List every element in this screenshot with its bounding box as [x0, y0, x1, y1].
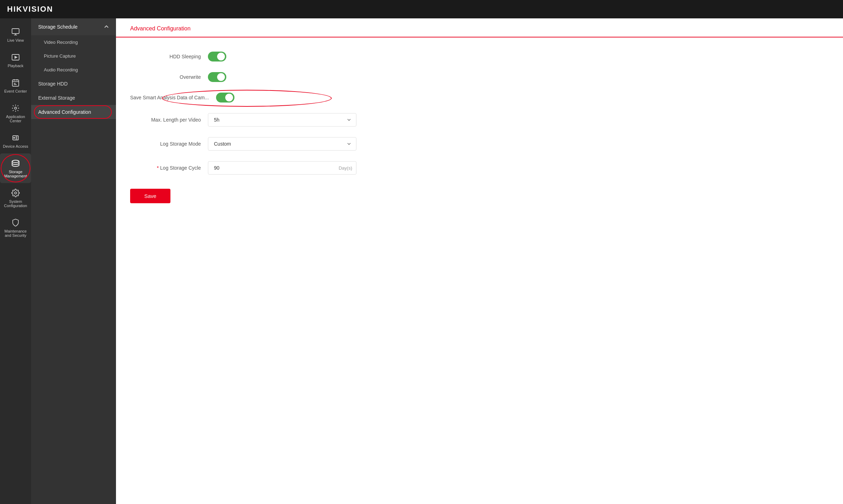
sidebar-item-device-access[interactable]: Device Access: [0, 128, 31, 153]
event-icon: [11, 78, 21, 88]
ai-icon: [11, 103, 21, 113]
hdd-sleeping-toggle[interactable]: [208, 52, 226, 61]
sidebar-item-maintenance-security[interactable]: Maintenance and Security: [0, 213, 31, 242]
log-storage-mode-label: Log Storage Mode: [130, 141, 208, 147]
sub-sidebar-item-external-storage[interactable]: External Storage: [31, 91, 116, 105]
sub-sidebar-item-audio-recording[interactable]: Audio Recording: [31, 63, 116, 77]
sidebar-item-application-center[interactable]: Application Center: [0, 98, 31, 128]
sidebar-item-storage-management[interactable]: Storage Management: [0, 153, 31, 183]
sidebar-icons: Live View Playback: [0, 18, 31, 504]
sidebar-item-label: Application Center: [3, 115, 28, 123]
main-layout: Live View Playback: [0, 18, 843, 504]
form-row-log-storage-cycle: * Log Storage Cycle Day(s): [130, 161, 413, 175]
day-suffix: Day(s): [339, 165, 352, 171]
monitor-icon: [11, 27, 21, 37]
form-row-overwrite: Overwrite: [130, 72, 413, 82]
svg-point-11: [14, 107, 17, 109]
overwrite-slider: [208, 72, 226, 82]
sidebar-item-label: Live View: [7, 38, 24, 42]
sub-sidebar-section-storage-schedule: Storage Schedule Video Recording Picture…: [31, 18, 116, 77]
save-button[interactable]: Save: [130, 189, 170, 203]
advanced-config-label: Advanced Configuration: [38, 109, 91, 115]
log-storage-mode-select[interactable]: Custom 30 Days 60 Days 90 Days: [208, 137, 356, 151]
form-row-smart-analysis: Save Smart Analysis Data of Cam...: [130, 93, 413, 102]
device-icon: [11, 133, 21, 143]
sub-sidebar-header-storage-schedule[interactable]: Storage Schedule: [31, 18, 116, 35]
log-storage-cycle-label-text: Log Storage Cycle: [160, 165, 201, 171]
sidebar-item-label: Device Access: [3, 144, 28, 148]
sidebar-item-label: Playback: [8, 64, 24, 68]
sidebar-item-label: Event Center: [4, 89, 27, 93]
smart-analysis-toggle[interactable]: [216, 93, 234, 102]
section-title: Storage Schedule: [38, 24, 77, 30]
svg-point-17: [12, 160, 19, 163]
sidebar-item-playback[interactable]: Playback: [0, 47, 31, 73]
sidebar-item-event-center[interactable]: Event Center: [0, 73, 31, 98]
overwrite-label: Overwrite: [130, 74, 208, 80]
svg-rect-0: [12, 29, 19, 34]
storage-icon: [11, 158, 21, 168]
sidebar-item-system-configuration[interactable]: System Configuration: [0, 183, 31, 213]
svg-point-13: [14, 137, 15, 139]
hdd-sleeping-slider: [208, 52, 226, 61]
form-row-max-length: Max. Length per Video 1h 2h 3h 5h 12h 24…: [130, 113, 413, 127]
log-storage-cycle-label: * Log Storage Cycle: [130, 165, 208, 171]
svg-rect-5: [12, 80, 19, 86]
content-body: HDD Sleeping Overwrite Save Smart Analys…: [116, 37, 843, 217]
sub-sidebar: Storage Schedule Video Recording Picture…: [31, 18, 116, 504]
sub-sidebar-item-video-recording[interactable]: Video Recording: [31, 35, 116, 49]
overwrite-toggle[interactable]: [208, 72, 226, 82]
shield-icon: [11, 218, 21, 228]
content-tab-advanced-configuration[interactable]: Advanced Configuration: [130, 25, 191, 37]
smart-analysis-label: Save Smart Analysis Data of Cam...: [130, 95, 216, 100]
svg-point-18: [14, 192, 17, 194]
form-row-log-storage-mode: Log Storage Mode Custom 30 Days 60 Days …: [130, 137, 413, 151]
sidebar-item-live-view[interactable]: Live View: [0, 22, 31, 47]
logo-hik: HIK: [7, 5, 23, 13]
sidebar-item-label: Storage Management: [3, 170, 28, 178]
content-area: Advanced Configuration HDD Sleeping Over…: [116, 18, 843, 504]
hdd-sleeping-label: HDD Sleeping: [130, 54, 208, 59]
max-length-label: Max. Length per Video: [130, 117, 208, 123]
top-bar: HIKVISION: [0, 0, 843, 18]
required-asterisk: *: [157, 165, 158, 171]
chevron-up-icon: [104, 24, 109, 29]
max-length-select[interactable]: 1h 2h 3h 5h 12h 24h: [208, 113, 356, 127]
gear-icon: [11, 188, 21, 198]
log-storage-cycle-input[interactable]: [208, 161, 356, 175]
sub-sidebar-item-storage-hdd[interactable]: Storage HDD: [31, 77, 116, 91]
play-icon: [11, 52, 21, 62]
log-storage-cycle-input-wrap: Day(s): [208, 161, 356, 175]
sub-sidebar-item-picture-capture[interactable]: Picture Capture: [31, 49, 116, 63]
save-button-row: Save: [130, 185, 829, 203]
form-row-hdd-sleeping: HDD Sleeping: [130, 52, 413, 61]
sidebar-item-label: System Configuration: [3, 199, 28, 208]
logo-vision: VISION: [23, 5, 53, 13]
smart-analysis-slider: [216, 93, 234, 102]
svg-marker-4: [15, 56, 17, 58]
logo: HIKVISION: [7, 5, 53, 14]
content-header: Advanced Configuration: [116, 18, 843, 37]
sub-sidebar-item-advanced-configuration[interactable]: Advanced Configuration: [31, 105, 116, 119]
sidebar-item-label: Maintenance and Security: [3, 229, 28, 238]
